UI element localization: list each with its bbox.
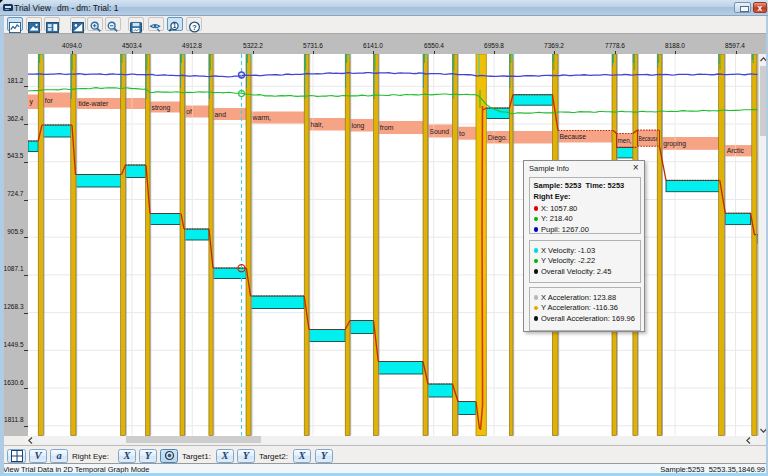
svg-text:hair,: hair, — [311, 121, 324, 128]
svg-text:long: long — [352, 122, 365, 130]
svg-text:Because: Because — [639, 135, 659, 142]
svg-text:men,: men, — [618, 137, 632, 144]
svg-text:of: of — [186, 108, 192, 115]
svg-text:groping: groping — [663, 140, 686, 148]
svg-text:1: 1 — [173, 22, 177, 29]
svg-text:from: from — [380, 124, 394, 131]
svg-text:strong: strong — [152, 104, 171, 112]
svg-text:tide-water: tide-water — [78, 100, 109, 107]
svg-text:for: for — [45, 97, 54, 104]
svg-text:warm,: warm, — [252, 114, 272, 121]
svg-text:Because: Because — [560, 133, 587, 140]
svg-text:and: and — [215, 111, 227, 118]
svg-text:Arctic: Arctic — [727, 147, 745, 154]
svg-text:to: to — [459, 130, 465, 137]
svg-text:Diego.: Diego. — [488, 134, 508, 142]
svg-text:Sound: Sound — [430, 128, 450, 135]
svg-text:y: y — [30, 98, 34, 106]
svg-text:?: ? — [192, 22, 197, 31]
